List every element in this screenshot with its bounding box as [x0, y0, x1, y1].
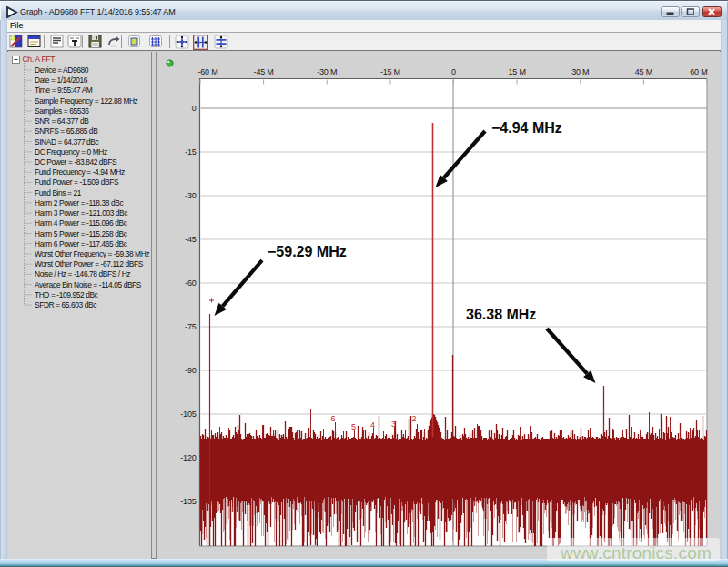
svg-text:6: 6: [331, 414, 336, 423]
svg-text:3: 3: [391, 420, 396, 429]
svg-text:15 M: 15 M: [508, 67, 525, 76]
svg-text:-60: -60: [185, 278, 197, 288]
svg-text:2: 2: [412, 414, 417, 423]
svg-text:4: 4: [370, 420, 375, 430]
svg-text:-45: -45: [185, 235, 197, 244]
svg-text:30 M: 30 M: [571, 67, 589, 76]
svg-text:-120: -120: [180, 453, 196, 462]
svg-text:5: 5: [351, 422, 356, 431]
svg-text:36.38 MHz: 36.38 MHz: [466, 307, 536, 322]
svg-text:-75: -75: [185, 322, 197, 331]
svg-text:45 M: 45 M: [635, 67, 652, 76]
svg-text:-30: -30: [185, 191, 197, 200]
svg-text:60 M: 60 M: [690, 67, 707, 76]
svg-text:-135: -135: [180, 497, 196, 506]
svg-text:-15 M: -15 M: [380, 67, 400, 76]
svg-text:−4.94 MHz: −4.94 MHz: [491, 120, 562, 136]
svg-text:-30 M: -30 M: [317, 67, 337, 76]
svg-text:−59.29 MHz: −59.29 MHz: [268, 244, 347, 259]
svg-text:-90: -90: [185, 366, 197, 375]
svg-text:-60 M: -60 M: [198, 67, 218, 76]
svg-text:-45 M: -45 M: [254, 67, 274, 76]
svg-text:0: 0: [451, 67, 456, 76]
svg-text:-15: -15: [185, 147, 197, 157]
svg-text:0: 0: [192, 104, 197, 113]
svg-text:-105: -105: [180, 410, 196, 419]
